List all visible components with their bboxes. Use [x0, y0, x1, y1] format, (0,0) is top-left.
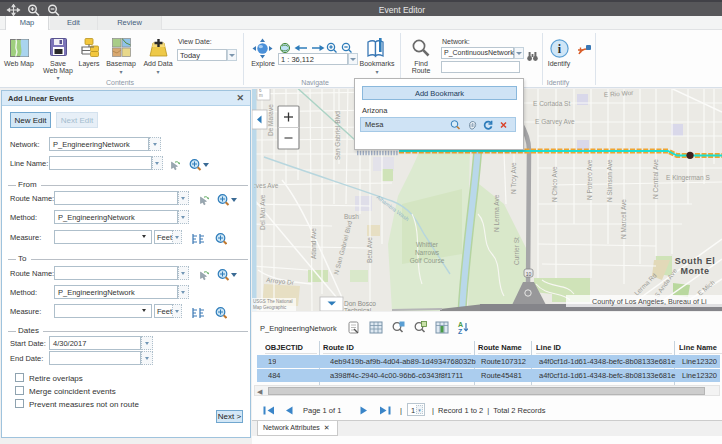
svg-text:E Mich: E Mich	[696, 278, 716, 296]
svg-text:N Lerma Ave: N Lerma Ave	[493, 194, 500, 232]
svg-text:Narrows: Narrows	[415, 249, 440, 256]
svg-text:Del Mar Ave: Del Mar Ave	[259, 194, 266, 230]
svg-text:Bush: Bush	[344, 213, 359, 220]
svg-text:USGS The National: USGS The National	[253, 299, 292, 304]
svg-text:Beta Ave: Beta Ave	[366, 237, 373, 263]
svg-text:N Troy Ave: N Troy Ave	[510, 162, 518, 194]
svg-text:De Marave: De Marave	[267, 104, 274, 136]
svg-text:Z: Z	[458, 328, 463, 334]
svg-text:N Potrero Ave: N Potrero Ave	[586, 159, 593, 200]
svg-text:N Central Ave: N Central Ave	[652, 159, 659, 199]
svg-text:N Stimson Ave: N Stimson Ave	[606, 159, 613, 202]
svg-text::ves Ave: :ves Ave	[254, 182, 279, 189]
svg-text:Technical: Technical	[344, 307, 372, 311]
svg-text:10: 10	[526, 271, 532, 277]
svg-text:Whittier: Whittier	[416, 241, 439, 248]
svg-text:Don Bosco: Don Bosco	[344, 300, 376, 307]
svg-text:Map Geographic: Map Geographic	[253, 305, 287, 310]
svg-text:N Chico Ave: N Chico Ave	[551, 166, 558, 202]
svg-text:San Gabriel Blvd: San Gabriel Blvd	[334, 111, 341, 160]
svg-text:County of Los Angeles, Bureau: County of Los Angeles, Bureau of Li	[592, 297, 707, 306]
svg-text:South El: South El	[675, 256, 716, 266]
svg-text:Golf Course: Golf Course	[410, 257, 445, 264]
svg-text:E Garvey Ave: E Garvey Ave	[535, 118, 575, 126]
svg-text:E Cortada St: E Cortada St	[533, 100, 570, 107]
svg-text:Currier St: Currier St	[513, 237, 520, 265]
svg-text:Atland Ave: Atland Ave	[310, 228, 317, 259]
svg-text:A: A	[458, 321, 463, 328]
svg-text:m: m	[259, 93, 263, 98]
svg-text:E Rio Wor: E Rio Wor	[604, 89, 635, 98]
svg-text:E Kingerman S: E Kingerman S	[666, 174, 710, 182]
svg-text:Monte: Monte	[681, 266, 710, 276]
svg-text:N Marcell Ave: N Marcell Ave	[620, 199, 627, 239]
